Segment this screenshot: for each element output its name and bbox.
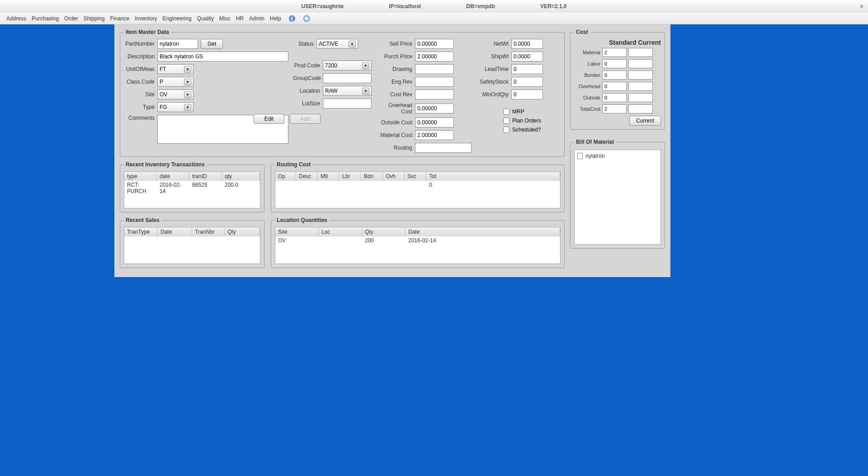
partnumber-label: PartNumber — [124, 41, 155, 47]
custrev-label: Cust Rev — [376, 91, 412, 98]
th-lbr[interactable]: Lbr — [340, 172, 361, 181]
table-row[interactable]: 0 — [275, 181, 560, 189]
menu-misc[interactable]: Misc — [217, 14, 233, 24]
edit-button[interactable]: Edit — [254, 114, 284, 124]
menu-quality[interactable]: Quality — [194, 14, 217, 24]
routing-cost-table[interactable]: Op Desc Mtl Lbr Bdn Ovh Svc Tot 0 — [275, 171, 561, 208]
mrp-checkbox[interactable] — [503, 108, 509, 115]
menu-finance[interactable]: Finance — [107, 14, 132, 24]
th-type[interactable]: type — [124, 172, 157, 181]
locqty-table[interactable]: Site Loc Qty Date OV 200 2016-02-14 — [275, 227, 561, 264]
recent-inv-legend: Recent Inventory Transactions — [124, 161, 207, 168]
bom-item[interactable]: nylatron — [577, 153, 658, 159]
ver-info: VER=2.1.0 — [540, 3, 566, 9]
netwt-input[interactable] — [511, 39, 543, 49]
table-row[interactable]: OV 200 2016-02-14 — [275, 236, 560, 245]
material-cur[interactable] — [628, 48, 653, 57]
close-icon[interactable]: × — [860, 3, 863, 10]
th-date[interactable]: date — [157, 172, 189, 181]
routing-input[interactable] — [415, 143, 472, 153]
planorders-checkbox[interactable] — [503, 118, 509, 124]
totalcost-std[interactable] — [602, 104, 627, 113]
th-desc[interactable]: Desc — [296, 172, 318, 181]
minordqty-label: MinOrdQty — [476, 91, 509, 98]
recent-inv-table[interactable]: type date tranID qty RCT-PURCH 2016-02-1… — [124, 171, 260, 208]
menu-inventory[interactable]: Inventory — [132, 14, 160, 24]
table-row[interactable]: RCT-PURCH 2016-02-14 86525 200.0 — [124, 181, 260, 195]
groupcode-input[interactable] — [323, 73, 372, 83]
th-trantype[interactable]: TranType — [124, 227, 158, 236]
burden-cur[interactable] — [628, 71, 653, 80]
th-lqty[interactable]: Qty — [362, 227, 406, 236]
outsidecost-input[interactable] — [415, 118, 454, 127]
cost-legend: Cost — [574, 29, 590, 35]
material-std[interactable] — [602, 48, 627, 57]
outside-cur[interactable] — [628, 93, 653, 102]
labor-cur[interactable] — [628, 59, 653, 68]
outside-std[interactable] — [602, 93, 627, 102]
sellprice-input[interactable] — [415, 39, 454, 49]
totalcost-label: TotalCost — [574, 106, 600, 112]
recent-sales-table[interactable]: TranType Date TranNbr Qty — [124, 227, 260, 264]
th-sdate[interactable]: Date — [158, 227, 192, 236]
th-lsite[interactable]: Site — [275, 227, 319, 236]
th-tranid[interactable]: tranID — [189, 172, 222, 181]
labor-std[interactable] — [602, 59, 627, 68]
th-ldate[interactable]: Date — [406, 227, 560, 236]
custrev-input[interactable] — [415, 90, 454, 99]
purchprice-input[interactable] — [415, 52, 454, 61]
menu-address[interactable]: Address — [4, 14, 29, 24]
site-label: Site — [124, 91, 155, 98]
th-loc[interactable]: Loc — [319, 227, 362, 236]
materialcost-label: Material Cost — [376, 132, 412, 138]
th-sqty[interactable]: Qty — [225, 227, 260, 236]
menu-help[interactable]: Help — [267, 14, 284, 24]
mrp-label: MRP — [512, 108, 524, 115]
ip-info: IP=localhost — [389, 3, 421, 9]
status-select[interactable]: ACTIVE — [316, 39, 358, 49]
menu-shipping[interactable]: Shipping — [81, 14, 108, 24]
back-icon[interactable] — [286, 13, 298, 24]
type-select[interactable]: FG — [157, 102, 193, 112]
refresh-icon[interactable] — [300, 13, 313, 24]
leadtime-input[interactable] — [511, 64, 543, 74]
menu-engineering[interactable]: Engineering — [160, 14, 194, 24]
drawing-input[interactable] — [415, 64, 454, 74]
th-ovh[interactable]: Ovh — [383, 172, 405, 181]
overhead-std[interactable] — [602, 82, 627, 91]
location-select[interactable]: RAW — [323, 86, 372, 96]
partnumber-input[interactable] — [157, 39, 198, 49]
th-bdn[interactable]: Bdn — [361, 172, 383, 181]
th-trannbr[interactable]: TranNbr — [192, 227, 225, 236]
th-tot[interactable]: Tot — [426, 172, 560, 181]
engrev-input[interactable] — [415, 77, 454, 87]
menu-hr[interactable]: HR — [233, 14, 246, 24]
menu-admin[interactable]: Admin — [246, 14, 267, 24]
th-op[interactable]: Op — [275, 172, 296, 181]
menu-order[interactable]: Order — [61, 14, 81, 24]
materialcost-input[interactable] — [415, 130, 454, 140]
prodcode-label: Prod Code — [293, 62, 320, 69]
overhead-cur[interactable] — [628, 82, 653, 91]
netwt-label: NetWt — [476, 41, 509, 47]
minordqty-input[interactable] — [511, 90, 543, 99]
overheadcost-input[interactable] — [415, 104, 454, 113]
current-button[interactable]: Current — [629, 116, 661, 126]
totalcost-cur[interactable] — [628, 104, 653, 113]
site-select[interactable]: OV — [157, 90, 193, 99]
th-svc[interactable]: Svc — [405, 172, 426, 181]
prodcode-select[interactable]: 7200 — [323, 61, 372, 71]
uom-select[interactable]: FT — [157, 64, 193, 74]
recent-sales-legend: Recent Sales — [124, 217, 161, 223]
shipwt-input[interactable] — [511, 52, 543, 61]
th-qty[interactable]: qty — [222, 172, 260, 181]
th-mtl[interactable]: Mtl — [318, 172, 340, 181]
lotsize-input[interactable] — [323, 99, 372, 108]
scheduled-checkbox[interactable] — [503, 127, 509, 133]
classcode-select[interactable]: P — [157, 77, 193, 87]
db-info: DB=vmpdb — [466, 3, 495, 9]
menu-purchasing[interactable]: Purchasing — [29, 14, 61, 24]
safetystock-input[interactable] — [511, 77, 543, 87]
routing-cost-legend: Routing Cost — [275, 161, 312, 168]
burden-std[interactable] — [602, 71, 627, 80]
